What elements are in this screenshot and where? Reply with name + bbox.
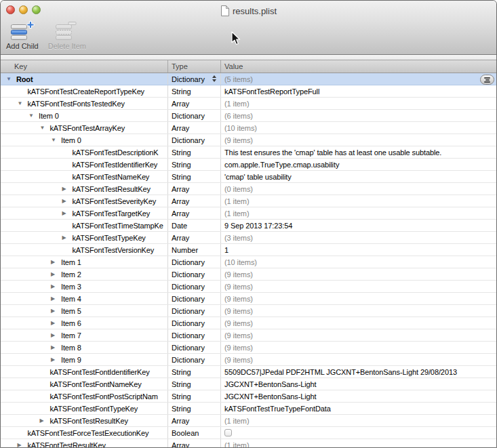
disclosure-collapsed-icon[interactable]: ▶ — [51, 317, 61, 329]
type-stepper-icon[interactable] — [212, 75, 216, 82]
disclosure-expanded-icon[interactable]: ▼ — [18, 98, 28, 109]
type-cell[interactable]: Array — [168, 183, 221, 195]
column-header-type[interactable]: Type — [168, 60, 221, 73]
table-row[interactable]: ▶Item 2Dictionary(9 items) — [1, 268, 496, 281]
table-row[interactable]: ▶Item 9Dictionary(9 items) — [1, 354, 496, 366]
disclosure-collapsed-icon[interactable]: ▶ — [51, 329, 61, 341]
table-row[interactable]: ▶Item 3Dictionary(9 items) — [1, 281, 496, 293]
table-row[interactable]: ▼RootDictionary(5 items) — [1, 73, 496, 85]
disclosure-collapsed-icon[interactable]: ▶ — [62, 232, 73, 243]
table-row[interactable]: ▶Item 4Dictionary(9 items) — [1, 293, 496, 305]
value-cell[interactable]: JGCXNT+BentonSans-Light — [221, 378, 496, 390]
value-cell[interactable]: (1 item) — [221, 207, 496, 219]
value-cell[interactable]: kATSFontTestTrueTypeFontData — [221, 403, 496, 414]
value-cell[interactable]: 'cmap' table usability — [221, 171, 496, 182]
type-cell[interactable]: Date — [168, 220, 221, 231]
type-cell[interactable]: Dictionary — [168, 305, 221, 317]
value-cell[interactable] — [221, 427, 496, 439]
disclosure-collapsed-icon[interactable]: ▶ — [51, 268, 61, 280]
type-cell[interactable]: Number — [168, 244, 221, 256]
table-row[interactable]: kATSFontTestVersionKeyNumber1 — [1, 244, 496, 256]
table-row[interactable]: kATSFontTestNameKeyString'cmap' table us… — [1, 171, 496, 183]
disclosure-collapsed-icon[interactable]: ▶ — [51, 305, 61, 317]
type-cell[interactable]: String — [168, 403, 221, 414]
value-cell[interactable]: (1 item) — [221, 195, 496, 207]
disclosure-collapsed-icon[interactable]: ▶ — [51, 293, 61, 304]
type-cell[interactable]: Dictionary — [168, 293, 221, 304]
zoom-button[interactable] — [32, 5, 41, 14]
table-row[interactable]: ▶kATSFontTestTargetKeyArray(1 item) — [1, 207, 496, 220]
type-cell[interactable]: Boolean — [168, 427, 221, 439]
table-row[interactable]: kATSFontTestTimeStampKeDate9 Sep 2013 17… — [1, 220, 496, 232]
disclosure-collapsed-icon[interactable]: ▶ — [51, 281, 61, 292]
value-cell[interactable]: 9 Sep 2013 17:23:54 — [221, 220, 496, 231]
value-cell[interactable]: JGCXNT+BentonSans-Light — [221, 390, 496, 402]
value-cell[interactable]: (9 items) — [221, 317, 496, 329]
value-cell[interactable]: (9 items) — [221, 329, 496, 341]
type-cell[interactable]: String — [168, 146, 221, 158]
value-cell[interactable]: (9 items) — [221, 268, 496, 280]
type-cell[interactable]: String — [168, 85, 221, 97]
type-cell[interactable]: Array — [168, 98, 221, 109]
disclosure-collapsed-icon[interactable]: ▶ — [51, 256, 61, 268]
value-cell[interactable]: (3 items) — [221, 232, 496, 243]
value-cell[interactable]: (1 item) — [221, 415, 496, 426]
type-cell[interactable]: Dictionary — [168, 342, 221, 353]
value-cell[interactable]: (1 item) — [221, 98, 496, 109]
value-cell[interactable]: (9 items) — [221, 281, 496, 292]
type-cell[interactable]: Array — [168, 207, 221, 219]
disclosure-collapsed-icon[interactable]: ▶ — [62, 183, 73, 195]
table-row[interactable]: ▶kATSFontTestTypeKeyArray(3 items) — [1, 232, 496, 244]
value-cell[interactable]: (10 items) — [221, 122, 496, 134]
type-cell[interactable]: Dictionary — [168, 329, 221, 341]
disclosure-collapsed-icon[interactable]: ▶ — [18, 439, 28, 448]
add-child-button[interactable]: Add Child — [5, 21, 40, 50]
table-row[interactable]: ▶Item 5Dictionary(9 items) — [1, 305, 496, 317]
titlebar[interactable]: results.plist — [1, 1, 496, 18]
table-row[interactable]: ▼kATSFontTestFontsTestedKeyArray(1 item) — [1, 98, 496, 110]
column-header-value[interactable]: Value — [221, 60, 496, 73]
table-row[interactable]: ▶kATSFontTestResultKeyArray(1 item) — [1, 439, 496, 448]
table-row[interactable]: ▶kATSFontTestSeverityKeyArray(1 item) — [1, 195, 496, 207]
table-row[interactable]: ▶Item 7Dictionary(9 items) — [1, 329, 496, 342]
type-cell[interactable]: Dictionary — [168, 110, 221, 121]
table-row[interactable]: ▼Item 0Dictionary(6 items) — [1, 110, 496, 122]
value-cell[interactable]: (9 items) — [221, 342, 496, 353]
table-row[interactable]: ▼kATSFontTestArrayKeyArray(10 items) — [1, 122, 496, 134]
disclosure-collapsed-icon[interactable]: ▶ — [40, 415, 50, 426]
type-cell[interactable]: String — [168, 390, 221, 402]
disclosure-expanded-icon[interactable]: ▼ — [28, 110, 39, 121]
type-cell[interactable]: Array — [168, 122, 221, 134]
value-cell[interactable]: 5509DC57|JPedal PDF2HTML JGCXNT+BentonSa… — [221, 366, 496, 378]
type-cell[interactable]: Dictionary — [168, 134, 221, 146]
disclosure-collapsed-icon[interactable]: ▶ — [62, 207, 73, 219]
value-cell[interactable]: This test ensures the 'cmap' table has a… — [221, 146, 496, 158]
type-cell[interactable]: Dictionary — [168, 354, 221, 365]
disclosure-expanded-icon[interactable]: ▼ — [6, 73, 16, 85]
value-cell[interactable]: com.apple.TrueType.cmap.usability — [221, 159, 496, 170]
value-cell[interactable]: (0 items) — [221, 183, 496, 195]
value-cell[interactable]: (10 items) — [221, 256, 496, 268]
type-cell[interactable]: Array — [168, 195, 221, 207]
type-cell[interactable]: Array — [168, 232, 221, 243]
table-row[interactable]: kATSFontTestFontTypeKeyStringkATSFontTes… — [1, 403, 496, 415]
value-cell[interactable]: (6 items) — [221, 110, 496, 121]
boolean-checkbox[interactable] — [224, 429, 232, 436]
type-cell[interactable]: Dictionary — [168, 281, 221, 292]
type-cell[interactable]: Dictionary — [168, 256, 221, 268]
table-row[interactable]: ▶Item 6Dictionary(9 items) — [1, 317, 496, 329]
table-row[interactable]: kATSFontTestDescriptionKStringThis test … — [1, 146, 496, 159]
type-cell[interactable]: Array — [168, 439, 221, 448]
value-cell[interactable]: (9 items) — [221, 293, 496, 304]
table-row[interactable]: ▼Item 0Dictionary(9 items) — [1, 134, 496, 146]
close-button[interactable] — [6, 5, 15, 14]
table-row[interactable]: ▶Item 8Dictionary(9 items) — [1, 342, 496, 354]
type-cell[interactable]: String — [168, 378, 221, 390]
disclosure-collapsed-icon[interactable]: ▶ — [51, 342, 61, 353]
table-row[interactable]: ▶Item 1Dictionary(10 items) — [1, 256, 496, 268]
table-row[interactable]: kATSFontTestFontPostScriptNamStringJGCXN… — [1, 390, 496, 403]
disclosure-collapsed-icon[interactable]: ▶ — [62, 195, 73, 207]
value-cell[interactable]: 1 — [221, 244, 496, 256]
type-cell[interactable]: Dictionary — [168, 268, 221, 280]
value-cell[interactable]: (5 items) — [221, 73, 496, 85]
